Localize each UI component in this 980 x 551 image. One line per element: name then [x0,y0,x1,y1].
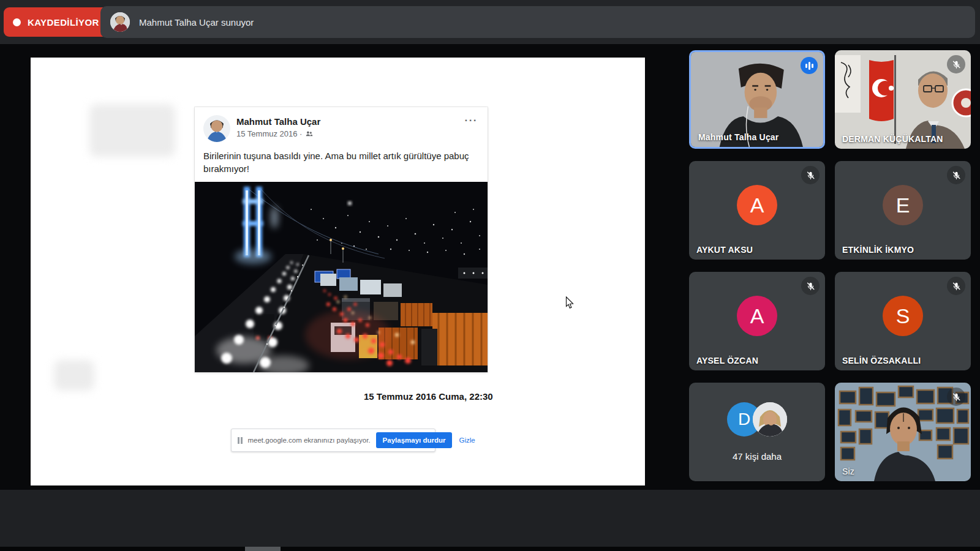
recording-label: KAYDEDİLİYOR [28,17,99,28]
participant-tile-aykut-aksu[interactable]: A AYKUT AKSU [689,161,825,260]
slide-caption: 15 Temmuz 2016 Cuma, 22:30 [364,391,493,402]
participant-avatar: E [883,185,923,225]
post-header: Mahmut Talha Uçar 15 Temmuz 2016 · ··· [195,107,488,142]
mic-muted-icon [947,277,965,295]
presenter-banner: Mahmut Talha Uçar sunuyor [100,6,975,38]
stop-sharing-button[interactable]: Paylaşmayı durdur [376,432,453,448]
participant-avatar: A [737,185,777,225]
recording-indicator: KAYDEDİLİYOR [4,7,111,37]
pause-icon [238,437,243,444]
participant-tile-derman-kucukaltan[interactable]: DERMAN KÜÇÜKALTAN [835,50,971,149]
participant-name-label: ETKİNLİK İKMYO [842,245,914,255]
participant-tile-mahmut-talha-ucar[interactable]: Mahmut Talha Uçar [689,50,825,149]
overflow-avatars: D [727,402,787,437]
mic-muted-icon [947,55,965,73]
participant-tile-overflow[interactable]: D 47 kişi daha [689,383,825,481]
shared-screen: Mahmut Talha Uçar 15 Temmuz 2016 · ··· B… [31,58,645,485]
overflow-count-label: 47 kişi daha [689,451,825,462]
google-meet-window: KAYDEDİLİYOR Mahmut Talha Uçar sunuyor [0,0,980,551]
screen-artifact [89,104,175,157]
participant-name-label: Mahmut Talha Uçar [698,132,779,142]
hide-banner-link[interactable]: Gizle [459,437,475,444]
share-message: meet.google.com ekranınızı paylaşıyor. [248,437,371,444]
post-head-text: Mahmut Talha Uçar 15 Temmuz 2016 · [236,115,320,138]
mic-muted-icon [947,166,965,184]
mic-muted-icon [801,277,820,295]
post-body-text: Birilerinin tuşuna basıldı yine. Ama bu … [195,142,488,182]
participant-tile-etkinlik-ikmyo[interactable]: E ETKİNLİK İKMYO [835,161,971,260]
screen-share-banner: meet.google.com ekranınızı paylaşıyor. P… [231,429,435,452]
participant-tile-selin-ozsakalli[interactable]: S SELİN ÖZSAKALLI [835,272,971,370]
participant-avatar: A [737,296,777,336]
top-bar: KAYDEDİLİYOR Mahmut Talha Uçar sunuyor [0,0,980,44]
overflow-avatar-photo [753,402,787,437]
speaking-indicator-icon [801,57,818,74]
participant-name-label: AYKUT AKSU [696,245,753,255]
participant-avatar: S [883,296,923,336]
post-traffic-photo [195,182,488,372]
screen-artifact [54,360,94,391]
taskbar-segment [245,547,281,551]
mic-muted-icon [947,388,965,406]
post-author-name: Mahmut Talha Uçar [236,116,320,127]
presenter-label: Mahmut Talha Uçar sunuyor [139,17,254,28]
participant-name-label: SELİN ÖZSAKALLI [842,356,921,365]
post-date: 15 Temmuz 2016 · [236,129,320,138]
participant-tile-aysel-ozcan[interactable]: A AYSEL ÖZCAN [689,272,825,370]
self-view-tile[interactable]: Siz [835,383,971,481]
friends-privacy-icon [305,130,313,138]
participant-name-label: DERMAN KÜÇÜKALTAN [842,134,943,144]
post-menu-dots: ··· [465,114,478,127]
post-author-avatar [203,115,230,142]
recording-dot-icon [13,18,21,26]
presenter-cursor-icon [565,296,575,312]
presenter-avatar [110,12,130,32]
facebook-post: Mahmut Talha Uçar 15 Temmuz 2016 · ··· B… [195,107,488,372]
post-date-text: 15 Temmuz 2016 · [236,129,302,138]
mic-muted-icon [801,166,820,184]
self-view-label: Siz [842,467,854,476]
participant-name-label: AYSEL ÖZCAN [696,356,758,365]
taskbar-strip [0,547,980,551]
bottom-bar: 10:14 15 Temmuz Demokrasi ve Milli Birli… [0,490,980,547]
